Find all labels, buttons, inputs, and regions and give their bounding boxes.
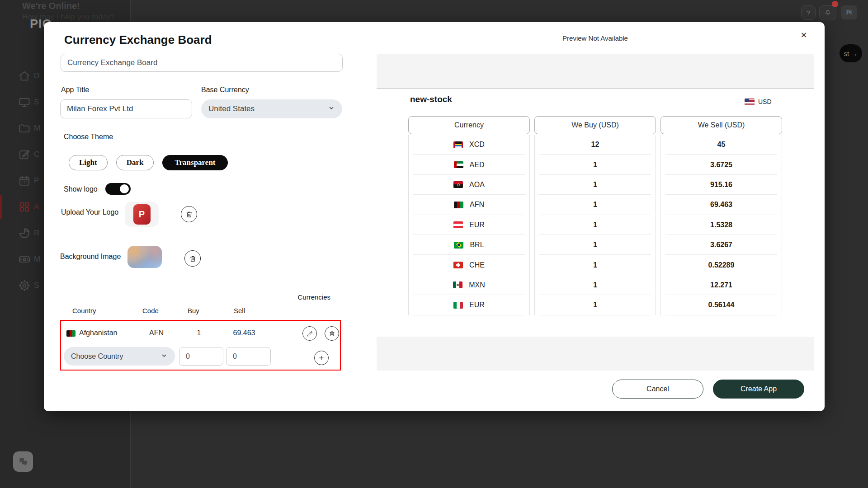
- toggle-knob: [120, 184, 129, 193]
- chevron-down-icon: [328, 104, 335, 114]
- preview-table-headers: CurrencyWe Buy (USD)We Sell (USD): [408, 116, 782, 134]
- preview-base-currency: USD: [745, 98, 772, 105]
- editor-header-country: Country: [72, 307, 96, 314]
- uploaded-logo-image: P: [133, 204, 151, 225]
- new-buy-input[interactable]: [179, 347, 223, 366]
- preview-buy-cell: 1: [535, 235, 656, 255]
- it-flag-icon: [453, 302, 463, 309]
- base-currency-select[interactable]: United States: [201, 99, 342, 118]
- currencies-label: Currencies: [285, 293, 330, 301]
- theme-transparent-button[interactable]: Transparent: [162, 155, 227, 170]
- preview-currency-cell: CHE: [409, 255, 529, 275]
- editor-buy: 1: [188, 329, 210, 337]
- editor-header-code: Code: [142, 307, 159, 314]
- chat-bubbles-icon: [13, 451, 33, 472]
- delete-background-button[interactable]: [184, 250, 201, 267]
- compose-icon: [18, 148, 31, 161]
- add-currency-button[interactable]: [314, 351, 329, 365]
- preview-bottom-band: [377, 337, 814, 371]
- sidebar-item-label: S: [34, 281, 39, 290]
- app-title-label: App Title: [61, 86, 89, 94]
- preview-buy-cell: 1: [535, 155, 656, 174]
- notification-dot: [832, 1, 838, 7]
- pie-chart-icon: [18, 227, 31, 239]
- choose-country-select[interactable]: Choose Country: [64, 347, 175, 366]
- help-label: ?: [807, 9, 810, 17]
- editor-sell: 69.463: [224, 329, 264, 337]
- preview-base-code: USD: [758, 98, 772, 105]
- br-flag-icon: [454, 242, 463, 249]
- show-logo-toggle[interactable]: [105, 183, 131, 195]
- sidebar-item-label: A: [34, 202, 39, 211]
- ae-flag-icon: [454, 161, 463, 168]
- preview-sell-cell: 45: [661, 135, 782, 155]
- background-image-thumbnail[interactable]: [127, 246, 162, 268]
- choose-theme-label: Choose Theme: [64, 133, 113, 141]
- at-flag-icon: [453, 221, 463, 228]
- preview-buy-column: 1211111111: [534, 135, 656, 315]
- delete-logo-button[interactable]: [181, 206, 197, 222]
- preview-sell-cell: 0.56144: [661, 295, 782, 315]
- background-image-label: Background Image: [60, 253, 121, 261]
- preview-currency-cell: AFN: [409, 195, 529, 215]
- cut-off-action-button[interactable]: st →: [840, 44, 862, 62]
- theme-light-button[interactable]: Light: [69, 155, 108, 170]
- preview-sell-cell: 3.6267: [661, 235, 782, 255]
- currency-code: XCD: [469, 141, 485, 149]
- modal-title: Currency Exchange Board: [64, 33, 212, 47]
- sidebar-item-label: M: [34, 255, 40, 264]
- preview-buy-cell: 12: [535, 135, 656, 155]
- preview-buy-cell: 1: [535, 195, 656, 215]
- theme-options: LightDarkTransparent: [69, 155, 228, 170]
- preview-top-band: [377, 54, 814, 89]
- screen: PIC DSMCPARMS ? PI st → We're Online! Ho…: [0, 0, 868, 488]
- editor-country-name: Afghanistan: [79, 329, 118, 337]
- preview-sell-cell: 3.6725: [661, 155, 782, 174]
- preview-currency-cell: AOA: [409, 175, 529, 195]
- currency-editor-row: AfghanistanAFN169.463: [61, 324, 340, 343]
- preview-sell-cell: 12.271: [661, 275, 782, 295]
- currency-code: EUR: [469, 221, 485, 229]
- active-item-stripe: [0, 195, 2, 219]
- preview-sell-cell: 915.16: [661, 175, 782, 195]
- currency-editor-highlighted: AfghanistanAFN169.463 Choose Country: [60, 320, 341, 371]
- preview-currency-cell: EUR: [409, 215, 529, 235]
- new-sell-input[interactable]: [226, 347, 271, 366]
- money-icon: [18, 253, 31, 266]
- currency-code: AED: [470, 161, 485, 169]
- base-currency-value: United States: [208, 104, 255, 113]
- chevron-down-icon: [160, 352, 168, 361]
- preview-sell-cell: 0.52289: [661, 255, 782, 275]
- preview-buy-cell: 1: [535, 295, 656, 315]
- delete-currency-button[interactable]: [325, 326, 339, 341]
- app-title-input[interactable]: [60, 99, 192, 118]
- currency-code: CHE: [469, 261, 485, 269]
- preview-currency-cell: BRL: [409, 235, 529, 255]
- choose-country-placeholder: Choose Country: [71, 352, 123, 361]
- chat-status-title: We're Online!: [22, 1, 158, 11]
- gear-icon: [18, 279, 31, 292]
- calendar-icon: [18, 174, 31, 187]
- bell-icon: [824, 8, 832, 18]
- preview-currency-cell: EUR: [409, 295, 529, 315]
- app-name-input[interactable]: [61, 54, 343, 72]
- chat-widget[interactable]: [13, 451, 33, 472]
- notifications-button[interactable]: [819, 5, 836, 20]
- editor-code: AFN: [145, 329, 168, 337]
- help-button[interactable]: ?: [801, 5, 816, 20]
- logo-thumbnail[interactable]: P: [125, 202, 159, 227]
- sidebar-item-label: C: [34, 150, 39, 159]
- currency-code: BRL: [470, 241, 484, 249]
- folder-icon: [18, 122, 31, 135]
- create-app-button[interactable]: Create App: [713, 380, 804, 399]
- preview-header-cell: Currency: [408, 116, 530, 134]
- user-avatar[interactable]: PI: [841, 5, 857, 19]
- theme-dark-button[interactable]: Dark: [116, 155, 154, 170]
- mx-flag-icon: [453, 282, 462, 288]
- sidebar-item-label: D: [34, 71, 39, 80]
- sidebar-item-label: P: [34, 176, 39, 185]
- preview-sell-column: 453.6725915.1669.4631.53283.62670.522891…: [660, 135, 782, 315]
- cancel-button[interactable]: Cancel: [612, 380, 703, 399]
- edit-currency-button[interactable]: [302, 326, 317, 341]
- currency-code: EUR: [469, 301, 485, 309]
